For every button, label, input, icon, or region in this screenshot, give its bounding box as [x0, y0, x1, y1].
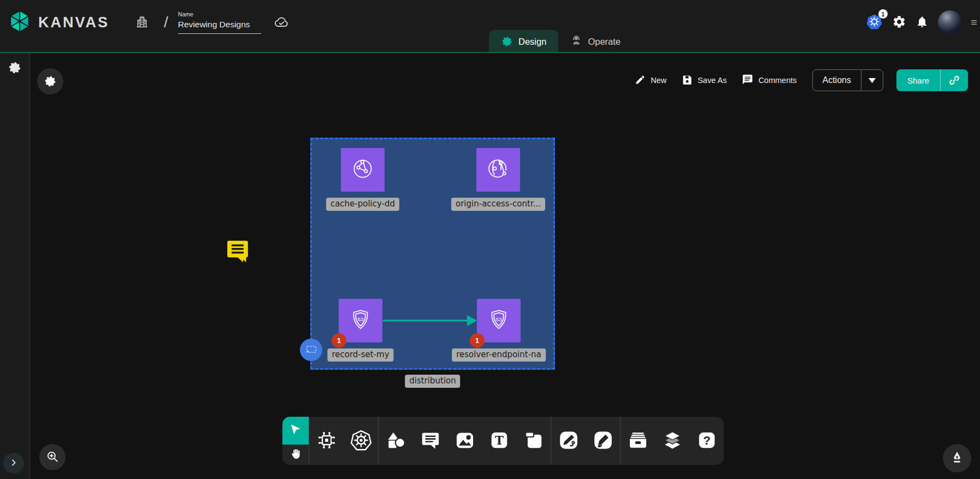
image-icon	[454, 430, 475, 452]
tool-pen[interactable]	[551, 417, 586, 465]
tab-design[interactable]: Design	[489, 30, 558, 53]
avatar	[938, 10, 962, 34]
logo-wordmark: KANVAS	[38, 14, 109, 31]
group-select-handle[interactable]	[300, 339, 322, 361]
pen-nib-icon	[949, 450, 965, 467]
tool-cursor[interactable]	[282, 417, 309, 445]
text-icon: T	[489, 430, 510, 452]
design-name-input[interactable]	[178, 19, 261, 34]
group-rect-icon	[304, 342, 318, 358]
help-icon: ?	[696, 430, 717, 452]
breadcrumb-separator: /	[164, 14, 168, 31]
layers-icon	[662, 429, 683, 453]
design-canvas[interactable]: New Save As	[30, 53, 980, 479]
cloudfront-origin-access-icon	[485, 156, 511, 184]
pencil-icon	[635, 74, 646, 87]
kubernetes-count-badge: 1	[878, 9, 888, 19]
svg-text:53: 53	[358, 316, 364, 322]
new-label: New	[651, 76, 666, 85]
save-as-label: Save As	[698, 76, 727, 85]
comment-icon	[742, 74, 753, 87]
node-cache-policy[interactable]: cache-policy-dd	[341, 148, 385, 192]
cloud-saved-icon	[273, 15, 290, 30]
node-label: record-set-my	[327, 348, 393, 362]
sidebar-expand-button[interactable]	[3, 453, 24, 474]
app-header: KANVAS	[0, 0, 980, 53]
drawer-icon	[627, 429, 649, 453]
tool-comment[interactable]	[413, 417, 447, 465]
selected-group-distribution[interactable]: cache-policy-dd origin-access-con	[310, 138, 555, 370]
design-toolbar: New Save As	[635, 69, 968, 91]
tool-drawer[interactable]	[621, 417, 655, 465]
caret-down-icon[interactable]	[861, 70, 883, 91]
comments-label: Comments	[758, 76, 796, 85]
node-origin-access-control[interactable]: origin-access-contr...	[476, 148, 520, 192]
hand-icon	[289, 447, 302, 462]
tool-components[interactable]	[309, 417, 344, 465]
cluster-flower-button[interactable]	[37, 68, 63, 94]
node-alert-badge[interactable]: 1	[470, 333, 485, 348]
new-button[interactable]: New	[635, 74, 666, 87]
left-sidebar	[0, 53, 30, 479]
tool-dock: T	[282, 417, 724, 465]
save-icon	[682, 74, 693, 87]
edge-arrow[interactable]	[382, 313, 477, 330]
tab-operate-label: Operate	[588, 37, 621, 47]
shapes-icon	[385, 429, 407, 453]
node-label: resolver-endpoint-na	[452, 348, 546, 362]
zoom-in-button[interactable]	[39, 444, 66, 470]
flower-icon	[44, 75, 57, 88]
actions-button[interactable]: Actions	[812, 69, 883, 91]
node-record-set[interactable]: 53 1 record-set-my	[339, 299, 382, 342]
node-alert-badge[interactable]: 1	[332, 333, 346, 348]
user-menu-button[interactable]	[938, 10, 962, 34]
bell-icon	[916, 15, 929, 30]
kubernetes-wheel-icon	[350, 429, 373, 453]
tool-note[interactable]	[516, 417, 551, 465]
design-name-field: Name	[178, 11, 261, 34]
tool-shapes[interactable]	[379, 417, 413, 465]
tool-layers[interactable]	[655, 417, 689, 465]
pen-nib-button[interactable]	[943, 444, 971, 472]
tab-operate[interactable]: Operate	[558, 30, 633, 53]
header-accent-line	[0, 52, 980, 53]
kanvas-logo[interactable]: KANVAS	[8, 9, 109, 36]
tool-kubernetes[interactable]	[344, 417, 378, 465]
mode-tabs: Design Operate	[489, 30, 633, 53]
kanvas-app: KANVAS	[0, 0, 980, 479]
settings-button[interactable]	[892, 15, 906, 31]
svg-text:53: 53	[496, 316, 502, 322]
operator-headset-icon	[570, 34, 582, 49]
pen-path-icon	[558, 429, 580, 453]
link-icon[interactable]	[940, 69, 968, 91]
cloudfront-cache-policy-icon	[350, 156, 376, 184]
save-as-button[interactable]: Save As	[682, 74, 727, 87]
design-name-label: Name	[178, 11, 261, 17]
comments-button[interactable]: Comments	[742, 74, 796, 87]
chevron-right-icon	[9, 458, 18, 469]
svg-text:T: T	[495, 433, 504, 447]
route53-icon: 53	[486, 307, 511, 334]
hamburger-icon[interactable]	[971, 14, 977, 31]
tool-help[interactable]: ?	[689, 417, 724, 465]
actions-label: Actions	[813, 70, 861, 91]
tool-pan-hand[interactable]	[282, 445, 309, 465]
canvas-comment-marker[interactable]	[226, 239, 250, 264]
group-label: distribution	[405, 375, 460, 388]
organization-button[interactable]	[134, 14, 150, 32]
route53-icon: 53	[348, 307, 373, 334]
notifications-button[interactable]	[916, 15, 929, 30]
tool-text[interactable]: T	[482, 417, 516, 465]
meshery-swirl-icon[interactable]	[8, 61, 22, 75]
tool-freehand[interactable]	[586, 417, 620, 465]
tab-design-label: Design	[518, 37, 546, 47]
node-resolver-endpoint[interactable]: 53 1 resolver-endpoint-na	[477, 299, 521, 342]
share-button[interactable]: Share	[896, 69, 968, 91]
share-label: Share	[896, 69, 940, 91]
chip-icon	[316, 429, 338, 453]
tool-image[interactable]	[447, 417, 482, 465]
cursor-icon	[288, 423, 303, 439]
note-frame-icon	[523, 430, 544, 452]
node-label: cache-policy-dd	[326, 198, 399, 211]
kubernetes-context-button[interactable]: 1	[866, 13, 883, 32]
